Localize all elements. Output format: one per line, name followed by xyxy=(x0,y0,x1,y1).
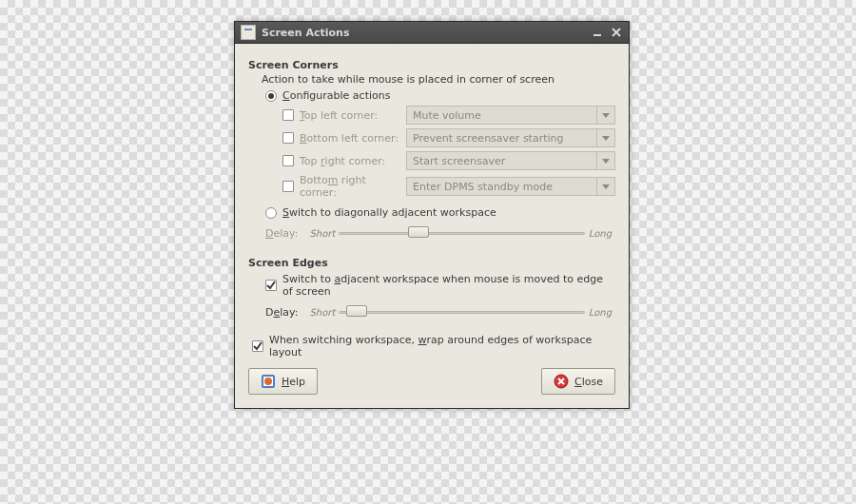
corner-bottom-right: Bottom right corner: Enter DPMS standby … xyxy=(282,174,615,199)
button-label: Close xyxy=(574,376,603,388)
dialog-button-bar: Help Close xyxy=(248,368,615,395)
corner-top-left: Top left corner: Mute volume xyxy=(282,106,615,125)
corner-label: Top left corner: xyxy=(300,109,406,122)
edges-delay-row: Delay: Short Long xyxy=(265,303,615,320)
screen-corners-header: Screen Corners xyxy=(248,59,615,71)
svg-rect-2 xyxy=(593,34,601,36)
delay-short-label: Short xyxy=(309,228,335,239)
edges-delay-slider[interactable] xyxy=(339,303,584,320)
checkbox-bottom-left[interactable] xyxy=(282,132,294,144)
corner-label: Bottom right corner: xyxy=(300,174,406,199)
corner-top-right: Top right corner: Start screensaver xyxy=(282,151,615,170)
checkbox-icon xyxy=(252,340,263,352)
svg-marker-7 xyxy=(602,159,610,164)
corner-bottom-left: Bottom left corner: Prevent screensaver … xyxy=(282,128,615,147)
help-button[interactable]: Help xyxy=(248,368,318,395)
checkbox-top-right[interactable] xyxy=(282,155,294,166)
slider-thumb[interactable] xyxy=(408,226,429,238)
screen-corners-description: Action to take while mouse is placed in … xyxy=(262,73,615,86)
corners-delay-slider[interactable] xyxy=(339,224,584,242)
radio-icon xyxy=(265,90,277,102)
combo-bottom-left[interactable]: Prevent screensaver starting xyxy=(406,128,615,147)
close-icon xyxy=(554,374,569,389)
checkbox-top-left[interactable] xyxy=(282,109,294,121)
help-icon xyxy=(261,374,276,389)
chevron-down-icon xyxy=(596,129,614,146)
combo-bottom-right[interactable]: Enter DPMS standby mode xyxy=(406,177,615,196)
checkbox-wrap-around[interactable]: When switching workspace, wrap around ed… xyxy=(252,334,615,359)
delay-label: Delay: xyxy=(265,306,298,319)
radio-icon xyxy=(265,207,277,219)
delay-short-label: Short xyxy=(309,307,335,318)
radio-switch-diagonal[interactable]: Switch to diagonally adjacent workspace xyxy=(265,206,615,219)
radio-label: Configurable actions xyxy=(282,89,390,102)
slider-thumb[interactable] xyxy=(346,305,367,317)
combo-top-right[interactable]: Start screensaver xyxy=(406,151,615,170)
chevron-down-icon xyxy=(596,107,614,124)
svg-marker-5 xyxy=(602,113,610,118)
dialog-window: Screen Actions Screen Corners Action to … xyxy=(234,21,630,409)
checkbox-icon xyxy=(265,280,277,291)
window-icon xyxy=(241,25,256,40)
delay-long-label: Long xyxy=(589,307,612,318)
close-dialog-button[interactable]: Close xyxy=(541,368,615,395)
svg-marker-8 xyxy=(602,184,610,189)
corner-label: Top right corner: xyxy=(300,155,406,167)
delay-long-label: Long xyxy=(589,228,612,239)
corner-label: Bottom left corner: xyxy=(300,132,406,145)
corners-delay-row: Delay: Short Long xyxy=(265,224,615,242)
dialog-content: Screen Corners Action to take while mous… xyxy=(235,44,629,408)
titlebar[interactable]: Screen Actions xyxy=(235,22,629,44)
minimize-button[interactable] xyxy=(591,26,604,39)
window-title: Screen Actions xyxy=(262,27,585,39)
checkbox-label: Switch to adjacent workspace when mouse … xyxy=(282,273,615,298)
combo-top-left[interactable]: Mute volume xyxy=(406,106,615,125)
svg-marker-6 xyxy=(602,136,610,141)
delay-label: Delay: xyxy=(265,227,298,240)
chevron-down-icon xyxy=(596,178,614,195)
svg-point-11 xyxy=(264,378,272,385)
radio-configurable-actions[interactable]: Configurable actions xyxy=(265,89,615,102)
button-label: Help xyxy=(282,376,305,388)
close-button[interactable] xyxy=(610,26,623,39)
checkbox-switch-adjacent[interactable]: Switch to adjacent workspace when mouse … xyxy=(265,273,615,298)
screen-edges-header: Screen Edges xyxy=(248,257,615,269)
chevron-down-icon xyxy=(596,152,614,169)
checkbox-bottom-right[interactable] xyxy=(282,181,294,192)
radio-label: Switch to diagonally adjacent workspace xyxy=(282,206,496,219)
checkbox-label: When switching workspace, wrap around ed… xyxy=(269,334,615,359)
svg-rect-1 xyxy=(244,29,252,30)
